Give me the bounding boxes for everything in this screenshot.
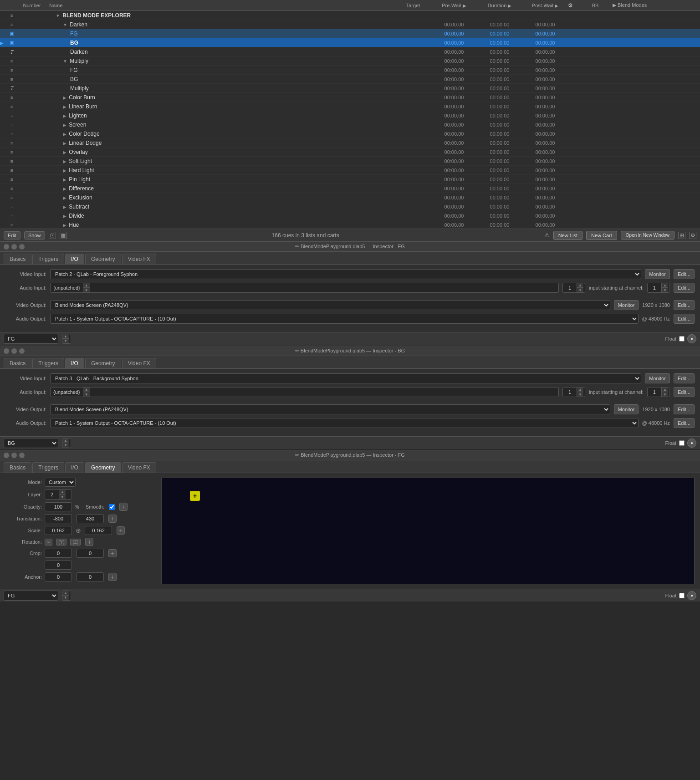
close-button-geo[interactable] xyxy=(4,453,9,458)
tab-videofx-fg[interactable]: Video FX xyxy=(122,254,156,264)
crop-y-input[interactable]: 0 xyxy=(77,549,104,558)
edit-button[interactable]: Edit xyxy=(4,231,20,240)
table-row[interactable]: ≡ ▼ Darken 00:00.00 00:00.00 00:00.00 xyxy=(0,20,700,29)
cue-name-up-bg[interactable]: ▲ xyxy=(62,438,69,443)
table-row[interactable]: ≡ ▶ Hue 00:00.00 00:00.00 00:00.00 xyxy=(0,220,700,229)
tab-triggers-bg[interactable]: Triggers xyxy=(32,358,64,368)
tab-videofx-bg[interactable]: Video FX xyxy=(122,358,156,368)
translation-x-input[interactable]: -800 xyxy=(45,514,72,523)
tab-io-bg[interactable]: I/O xyxy=(65,358,84,368)
settings-icon[interactable]: ⚙ xyxy=(689,232,696,239)
video-input-select-fg[interactable]: Patch 2 - QLab - Foreground Syphon xyxy=(50,269,641,279)
tab-io-geo[interactable]: I/O xyxy=(65,462,84,473)
rotation-x-btn[interactable]: ∞ xyxy=(45,539,52,545)
table-row[interactable]: ≡ ▶ Overlay 00:00.00 00:00.00 00:00.00 xyxy=(0,148,700,157)
circle-btn-fg[interactable]: ● xyxy=(687,334,696,343)
translation-y-input[interactable]: 430 xyxy=(77,514,104,523)
close-button-fg[interactable] xyxy=(4,244,9,250)
new-cart-button[interactable]: New Cart xyxy=(586,231,617,240)
layer-up[interactable]: ▲ xyxy=(59,490,66,495)
table-row[interactable]: ≡ ▶ Linear Dodge 00:00.00 00:00.00 00:00… xyxy=(0,138,700,148)
audio-input-stepper-bg[interactable]: {unpatched} ▲ ▼ xyxy=(50,387,559,397)
show-button[interactable]: Show xyxy=(24,231,45,240)
crop-bottom-input[interactable]: 0 xyxy=(45,561,72,570)
tab-triggers-fg[interactable]: Triggers xyxy=(32,254,64,264)
table-row[interactable]: T Multiply 00:00.00 00:00.00 00:00.00 xyxy=(0,84,700,93)
layer-stepper[interactable]: 2 ▲ ▼ xyxy=(45,489,72,500)
table-row[interactable]: ≡ ▼ BLEND MODE EXPLORER xyxy=(0,11,700,20)
table-row[interactable]: ≡ ▶ Color Dodge 00:00.00 00:00.00 00:00.… xyxy=(0,129,700,138)
table-row[interactable]: ≡ ▶ Subtract 00:00.00 00:00.00 00:00.00 xyxy=(0,202,700,211)
edit-audio-output-button-fg[interactable]: Edit... xyxy=(674,314,695,324)
table-row[interactable]: ≡ ▶ Pin Light 00:00.00 00:00.00 00:00.00 xyxy=(0,175,700,184)
edit-audio-input-button-fg[interactable]: Edit... xyxy=(674,283,695,293)
close-button-bg[interactable] xyxy=(4,348,9,354)
audio-input-up-fg[interactable]: ▲ xyxy=(83,283,90,288)
audio-input-down-fg[interactable]: ▼ xyxy=(83,288,90,292)
translation-plus-btn[interactable]: + xyxy=(108,515,117,523)
cue-name-down-fg[interactable]: ▼ xyxy=(62,339,69,343)
table-row[interactable]: ≡ ▶ Difference 00:00.00 00:00.00 00:00.0… xyxy=(0,184,700,193)
tab-io-fg[interactable]: I/O xyxy=(65,254,84,264)
scale-x-input[interactable]: 0.162 xyxy=(45,526,72,535)
new-list-button[interactable]: New List xyxy=(553,231,582,240)
monitor-button-fg[interactable]: Monitor xyxy=(645,269,670,279)
table-row[interactable]: T Darken 00:00.00 00:00.00 00:00.00 xyxy=(0,47,700,56)
smooth-checkbox[interactable] xyxy=(109,504,115,510)
audio-input-up-bg[interactable]: ▲ xyxy=(83,387,90,392)
channel-up-fg[interactable]: ▲ xyxy=(577,283,583,288)
input-channel-stepper-fg[interactable]: 1 ▲ ▼ xyxy=(647,283,670,293)
anchor-y-input[interactable]: 0 xyxy=(77,572,104,581)
expand-arrow-icon[interactable]: ▼ xyxy=(63,22,67,27)
input-channel-stepper-bg[interactable]: 1 ▲ ▼ xyxy=(647,387,670,397)
video-input-select-bg[interactable]: Patch 3 - QLab - Background Syphon xyxy=(50,373,641,383)
audio-output-select-bg[interactable]: Patch 1 - System Output - OCTA-CAPTURE -… xyxy=(50,418,639,428)
rotation-y-btn[interactable]: (Y) xyxy=(56,539,66,545)
table-row[interactable]: ≡ BG 00:00.00 00:00.00 00:00.00 xyxy=(0,75,700,84)
cue-name-select-fg[interactable]: FG xyxy=(4,334,58,344)
minimize-button-bg[interactable] xyxy=(11,348,17,354)
table-row[interactable]: ≡ FG 00:00.00 00:00.00 00:00.00 xyxy=(0,66,700,75)
audio-output-select-fg[interactable]: Patch 1 - System Output - OCTA-CAPTURE -… xyxy=(50,314,639,324)
grid-icon[interactable]: ▦ xyxy=(60,232,67,239)
expand-arrow-icon[interactable]: ▼ xyxy=(56,13,60,18)
audio-input-stepper-btns-fg[interactable]: ▲ ▼ xyxy=(83,283,90,292)
expand-arrow-icon[interactable]: ▼ xyxy=(63,59,67,64)
maximize-button-bg[interactable] xyxy=(19,348,25,354)
edit-audio-input-button-bg[interactable]: Edit... xyxy=(674,387,695,397)
minimize-button-fg[interactable] xyxy=(11,244,17,250)
circle-btn-geo[interactable]: ● xyxy=(687,591,696,600)
cue-name-select-geo[interactable]: FG xyxy=(4,591,58,601)
maximize-button-fg[interactable] xyxy=(19,244,25,250)
monitor-video-output-button-fg[interactable]: Monitor xyxy=(614,300,639,310)
cue-name-stepper-fg[interactable]: ▲ ▼ xyxy=(62,334,71,344)
edit-video-input-button-fg[interactable]: Edit... xyxy=(674,269,695,279)
edit-audio-output-button-bg[interactable]: Edit... xyxy=(674,418,695,428)
mode-select[interactable]: Custom xyxy=(45,478,76,487)
channel-down-fg[interactable]: ▼ xyxy=(577,288,583,292)
anchor-x-input[interactable]: 0 xyxy=(45,572,72,581)
input-channel-down-fg[interactable]: ▼ xyxy=(662,288,668,292)
video-output-select-bg[interactable]: Blend Modes Screen (PA248QV) xyxy=(50,404,610,414)
table-row[interactable]: ≡ ▶ Linear Burn 00:00.00 00:00.00 00:00.… xyxy=(0,102,700,111)
table-row[interactable]: ≡ ▶ Screen 00:00.00 00:00.00 00:00.00 xyxy=(0,120,700,129)
rotation-plus-btn[interactable]: + xyxy=(85,538,93,546)
table-row[interactable]: ≡ ▶ Hard Light 00:00.00 00:00.00 00:00.0… xyxy=(0,166,700,175)
crop-x-input[interactable]: 0 xyxy=(45,549,72,558)
cue-name-down-bg[interactable]: ▼ xyxy=(62,443,69,448)
tab-basics-fg[interactable]: Basics xyxy=(4,254,31,264)
cue-name-stepper-geo[interactable]: ▲ ▼ xyxy=(62,591,71,601)
table-row[interactable]: ≡ ▶ Soft Light 00:00.00 00:00.00 00:00.0… xyxy=(0,157,700,166)
cue-name-up-geo[interactable]: ▲ xyxy=(62,591,69,596)
tab-geometry-bg[interactable]: Geometry xyxy=(85,358,121,368)
cue-name-up-fg[interactable]: ▲ xyxy=(62,334,69,339)
layer-down[interactable]: ▼ xyxy=(59,495,66,499)
rotation-z-btn[interactable]: (Z) xyxy=(70,539,81,545)
cue-name-select-bg[interactable]: BG xyxy=(4,438,58,448)
monitor-button-bg[interactable]: Monitor xyxy=(645,373,670,383)
tab-basics-geo[interactable]: Basics xyxy=(4,462,31,473)
opacity-input[interactable]: 100 xyxy=(45,502,72,511)
table-row[interactable]: ≡ ▶ Exclusion 00:00.00 00:00.00 00:00.00 xyxy=(0,193,700,202)
layout-icon[interactable]: ⊡ xyxy=(49,232,56,239)
float-checkbox-geo[interactable] xyxy=(679,593,685,598)
